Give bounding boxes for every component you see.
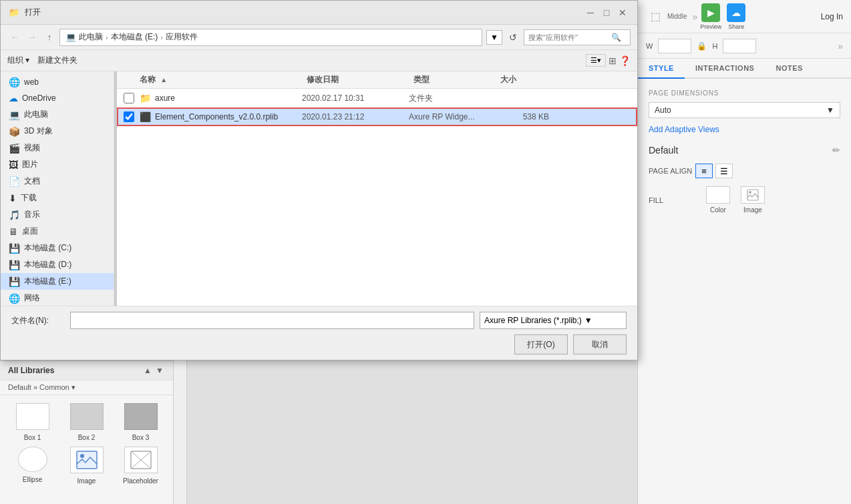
col-header-type[interactable]: 类型	[413, 74, 500, 85]
new-folder-btn[interactable]: 新建文件夹	[37, 55, 77, 66]
sidebar-item-network[interactable]: 🌐 网络	[1, 290, 114, 306]
sidebar-label-web: web	[24, 77, 39, 87]
sidebar-item-onedrive[interactable]: ☁ OneDrive	[1, 90, 114, 106]
tab-notes[interactable]: NOTES	[765, 59, 813, 79]
preview-btn[interactable]: ▶ Preview	[700, 3, 721, 30]
page-dimensions-label: PAGE DIMENSIONS	[649, 89, 840, 97]
sidebar-item-3d[interactable]: 📦 3D 对象	[1, 123, 114, 140]
forward-btn[interactable]: →	[25, 30, 39, 45]
dialog-minimize-btn[interactable]: ─	[584, 6, 597, 19]
col-header-name[interactable]: 名称 ▲	[140, 74, 307, 85]
share-btn[interactable]: ☁ Share	[727, 3, 745, 30]
image-label: Image	[743, 206, 762, 214]
lock-icon: 🔒	[697, 41, 707, 51]
sidebar-item-docs[interactable]: 📄 文档	[1, 173, 114, 190]
sidebar-item-downloads[interactable]: ⬇ 下载	[1, 190, 114, 206]
widget-box1[interactable]: Box 1	[8, 403, 57, 441]
sidebar-item-desktop[interactable]: 🖥 桌面	[1, 223, 114, 240]
view-list-btn[interactable]: ☰▾	[586, 54, 606, 67]
fill-color-box[interactable]	[706, 186, 730, 204]
widget-image[interactable]: Image	[62, 447, 111, 485]
lib-scroll-down-btn[interactable]: ▼	[154, 365, 165, 376]
breadcrumb-bar[interactable]: 💻 此电脑 › 本地磁盘 (E:) › 应用软件	[59, 29, 482, 46]
sidebar-item-web[interactable]: 🌐 web	[1, 74, 114, 90]
search-input[interactable]	[528, 33, 609, 41]
organize-btn[interactable]: 组织 ▾	[7, 55, 29, 66]
panel-icon-btn[interactable]: ⬚	[646, 7, 665, 26]
widget-box3[interactable]: Box 3	[116, 403, 165, 441]
tab-interactions[interactable]: INTERACTIONS	[685, 59, 765, 79]
right-panel-tabs: STYLE INTERACTIONS NOTES	[638, 59, 851, 79]
cancel-btn[interactable]: 取消	[573, 334, 627, 354]
file-icon-rplib: ⬛	[140, 111, 151, 122]
libraries-scroll-btns: ▲ ▼	[142, 365, 165, 376]
right-panel: ⬚ Middle » ▶ Preview ☁ Share Log In W 🔒 …	[637, 0, 851, 504]
sidebar-label-3d: 3D 对象	[24, 125, 53, 137]
expand-wh-btn[interactable]: »	[838, 41, 843, 51]
refresh-btn[interactable]: ↺	[505, 29, 521, 45]
file-type-rplib: Axure RP Widge...	[409, 112, 496, 121]
lib-scroll-up-btn[interactable]: ▲	[142, 365, 153, 376]
widget-ellipse[interactable]: Ellipse	[8, 447, 57, 485]
sidebar-label-drive-e: 本地磁盘 (E:)	[24, 276, 71, 287]
sidebar-item-video[interactable]: 🎬 视频	[1, 140, 114, 156]
edit-icon[interactable]: ✏	[832, 145, 840, 156]
dialog-window-controls: ─ □ ✕	[584, 6, 629, 19]
file-row-axure[interactable]: 📁 axure 2020.02.17 10:31 文件夹	[117, 89, 637, 107]
svg-point-3	[80, 454, 84, 458]
fill-image-btn[interactable]: Image	[741, 186, 765, 214]
docs-icon: 📄	[9, 176, 20, 187]
col-header-size[interactable]: 大小	[500, 74, 554, 85]
login-btn[interactable]: Log In	[821, 12, 843, 21]
widget-box2[interactable]: Box 2	[62, 403, 111, 441]
add-adaptive-views-link[interactable]: Add Adaptive Views	[649, 125, 840, 134]
file-checkbox-axure[interactable]	[124, 93, 134, 103]
file-date-rplib: 2020.01.23 21:12	[302, 112, 409, 121]
sidebar-item-pc[interactable]: 💻 此电脑	[1, 106, 114, 123]
h-input[interactable]	[723, 39, 756, 53]
up-btn[interactable]: ↑	[42, 30, 57, 45]
tab-style[interactable]: STYLE	[638, 59, 685, 79]
w-input[interactable]	[658, 39, 691, 53]
desktop-icon: 🖥	[9, 226, 18, 237]
sidebar-label-pictures: 图片	[22, 159, 38, 170]
fill-color-btn[interactable]: Color	[706, 186, 730, 214]
align-left-btn[interactable]: ≡	[695, 164, 713, 178]
sidebar-item-drive-d[interactable]: 💾 本地磁盘 (D:)	[1, 256, 114, 273]
fill-image-box[interactable]	[741, 186, 765, 204]
dialog-maximize-btn[interactable]: □	[600, 6, 613, 19]
search-icon[interactable]: 🔍	[611, 33, 621, 42]
back-btn[interactable]: ←	[7, 30, 22, 45]
sidebar-item-drive-e[interactable]: 💾 本地磁盘 (E:)	[1, 273, 114, 290]
video-icon: 🎬	[9, 143, 20, 154]
folder-icon-axure: 📁	[140, 93, 151, 103]
file-name-axure: axure	[155, 93, 302, 103]
breadcrumb-dropdown-btn[interactable]: ▼	[486, 30, 502, 45]
align-center-btn[interactable]: ☰	[715, 164, 733, 178]
file-checkbox-rplib[interactable]	[124, 111, 134, 122]
dialog-close-btn[interactable]: ✕	[616, 6, 629, 19]
help-btn[interactable]: ❓	[619, 55, 631, 66]
svg-rect-0	[747, 190, 758, 200]
dialog-body: 🌐 web ☁ OneDrive 💻 此电脑 📦 3D 对象 🎬 视频 🖼	[1, 71, 637, 306]
expand-panel-btn[interactable]: »	[692, 11, 697, 22]
fill-row: FILL Color Image	[649, 186, 840, 214]
col-header-date[interactable]: 修改日期	[307, 74, 413, 85]
open-btn[interactable]: 打开(O)	[514, 334, 568, 354]
w-label: W	[646, 42, 653, 50]
filename-input[interactable]	[70, 312, 474, 329]
widget-grid: Box 1 Box 2 Box 3 Ellipse Imag	[0, 395, 173, 493]
sidebar-item-drive-c[interactable]: 💾 本地磁盘 (C:)	[1, 240, 114, 256]
filetype-dropdown[interactable]: Axure RP Libraries (*.rplib;) ▼	[480, 312, 627, 329]
libraries-panel: All Libraries ▲ ▼ Default » Common ▾ Box…	[0, 360, 174, 504]
sidebar-item-pictures[interactable]: 🖼 图片	[1, 156, 114, 173]
color-label: Color	[710, 206, 726, 214]
view-tile-btn[interactable]: ⊞	[609, 55, 617, 66]
page-dimension-dropdown[interactable]: Auto ▼	[649, 102, 840, 118]
file-type-axure: 文件夹	[409, 93, 496, 104]
widget-shape-placeholder	[124, 447, 158, 473]
widget-placeholder[interactable]: Placeholder	[116, 447, 165, 485]
file-row-rplib[interactable]: ⬛ Element_Components_v2.0.0.rplib 2020.0…	[117, 107, 637, 126]
libraries-breadcrumb[interactable]: Default » Common ▾	[0, 381, 173, 395]
sidebar-item-music[interactable]: 🎵 音乐	[1, 206, 114, 223]
